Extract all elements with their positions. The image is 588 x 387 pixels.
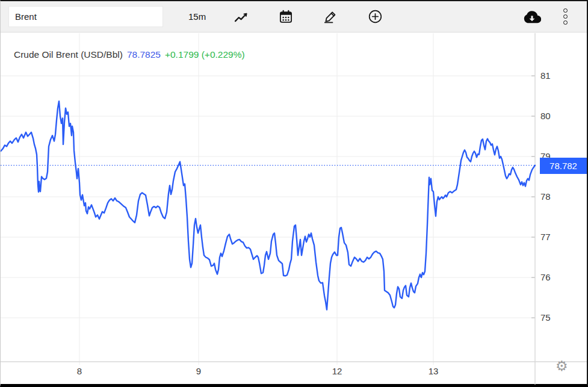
settings-gear-icon[interactable]: ⚙ <box>556 358 568 374</box>
calendar-button[interactable] <box>277 8 295 26</box>
chart-legend: Crude Oil Brent (USD/Bbl) 78.7825 +0.179… <box>14 49 245 60</box>
y-tick-label: 78 <box>540 192 577 202</box>
chart-area: Crude Oil Brent (USD/Bbl) 78.7825 +0.179… <box>1 33 587 384</box>
plus-circle-icon <box>367 8 383 25</box>
chart-type-button[interactable] <box>232 8 250 26</box>
y-tick-label: 75 <box>540 313 577 323</box>
y-tick-label: 80 <box>540 111 577 121</box>
calendar-icon <box>278 9 294 25</box>
x-tick-label: 9 <box>187 366 211 376</box>
y-tick-label: 81 <box>540 71 577 81</box>
trend-line-icon <box>234 9 249 25</box>
current-price-tag: 78.782 <box>540 158 587 174</box>
toolbar: 15m <box>1 1 587 33</box>
more-menu-button[interactable] <box>559 7 571 26</box>
cloud-download-icon <box>523 8 541 26</box>
download-button[interactable] <box>523 8 541 26</box>
interval-selector[interactable]: 15m <box>188 11 206 22</box>
kebab-menu-icon <box>563 8 568 13</box>
draw-button[interactable] <box>321 8 339 26</box>
kebab-menu-icon <box>563 14 568 19</box>
price-change-value: +0.1799 (+0.229%) <box>165 49 245 60</box>
y-tick-label: 76 <box>540 273 577 282</box>
y-tick-label: 77 <box>540 232 577 242</box>
add-compare-button[interactable] <box>366 8 384 26</box>
symbol-search-input[interactable] <box>8 6 163 27</box>
instrument-title: Crude Oil Brent (USD/Bbl) <box>14 49 123 60</box>
last-price-value: 78.7825 <box>127 49 161 60</box>
price-chart-svg[interactable] <box>1 33 587 385</box>
x-tick-label: 8 <box>67 366 91 376</box>
x-tick-label: 13 <box>421 366 445 376</box>
chart-widget: 15m <box>0 0 588 387</box>
pencil-edit-icon <box>323 8 339 25</box>
toolbar-right-group <box>523 7 587 26</box>
kebab-menu-icon <box>563 20 568 25</box>
x-tick-label: 12 <box>325 366 349 376</box>
